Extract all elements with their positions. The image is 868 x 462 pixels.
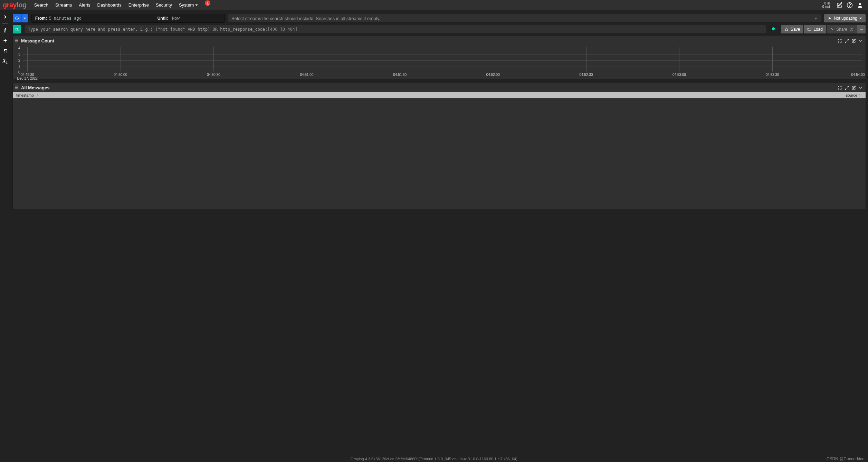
help-button[interactable] xyxy=(845,0,855,10)
nav-items: Search Streams Alerts Dashboards Enterpr… xyxy=(31,0,211,10)
nav-dashboards[interactable]: Dashboards xyxy=(94,0,125,10)
nav-security[interactable]: Security xyxy=(152,0,175,10)
nav-search[interactable]: Search xyxy=(31,0,52,10)
scratchpad-button[interactable] xyxy=(834,0,845,10)
user-menu-button[interactable] xyxy=(855,0,865,10)
notifications-badge[interactable]: 1 xyxy=(205,0,210,6)
nav-enterprise[interactable]: Enterprise xyxy=(125,0,152,10)
throughput-out-u: out xyxy=(825,5,830,9)
brand-logo: graylog xyxy=(3,1,27,9)
help-icon xyxy=(847,2,853,8)
nav-alerts[interactable]: Alerts xyxy=(75,0,94,10)
nav-system[interactable]: System xyxy=(175,0,201,10)
nav-streams[interactable]: Streams xyxy=(52,0,75,10)
user-icon xyxy=(857,2,863,8)
nav-system-label: System xyxy=(179,2,194,8)
svg-point-2 xyxy=(859,3,861,5)
svg-point-1 xyxy=(850,6,850,7)
edit-icon xyxy=(836,2,842,8)
throughput-indicator: 0 in 0 out xyxy=(822,2,830,9)
top-nav: graylog Search Streams Alerts Dashboards… xyxy=(0,0,868,10)
chevron-down-icon xyxy=(195,4,198,6)
throughput-out-n: 0 xyxy=(822,5,824,9)
